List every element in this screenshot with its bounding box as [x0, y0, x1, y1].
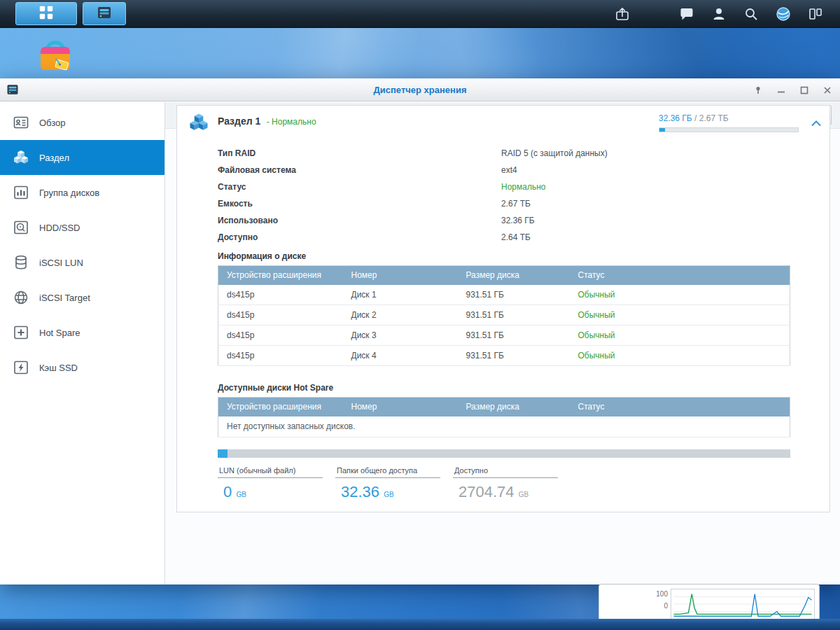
column-header[interactable]: Размер диска — [458, 266, 570, 285]
sidebar-item-label: Раздел — [39, 153, 69, 163]
detail-row: Доступно2.64 ТБ — [218, 229, 830, 246]
legend-value: 2704.74 GB — [453, 483, 558, 501]
volume-details: Тип RAIDRAID 5 (с защитой данных)Файлова… — [218, 145, 830, 246]
legend-label: Папки общего доступа — [335, 466, 440, 478]
sidebar-item-overview[interactable]: Обзор — [0, 105, 164, 140]
taskbar-tray — [612, 4, 826, 24]
chat-icon[interactable] — [676, 4, 697, 24]
disk-cell: ds415p — [218, 326, 343, 346]
y-axis-max: 100 — [656, 590, 668, 598]
volume-icon — [13, 149, 29, 166]
column-header[interactable]: Размер диска — [458, 398, 570, 416]
used-space: 32.36 ГБ — [659, 113, 692, 123]
search-icon[interactable] — [741, 4, 762, 24]
disk-cell: 931.51 ГБ — [458, 346, 570, 366]
taskbar — [0, 0, 840, 28]
sidebar-item-ssd-cache[interactable]: Кэш SSD — [0, 350, 164, 385]
disk-cell: Диск 4 — [343, 346, 458, 366]
disk-table-header-row: Устройство расширенияНомерРазмер дискаСт… — [218, 266, 790, 285]
volume-status: - Нормально — [267, 117, 316, 127]
disk-group-icon — [13, 184, 29, 201]
widget-y-axis: 100 0 — [652, 590, 668, 610]
detail-value: Нормально — [501, 182, 546, 192]
usage-summary: 32.36 ГБ / 2.67 ТБ — [659, 113, 799, 123]
network-line — [673, 594, 811, 617]
ssd-cache-icon — [13, 359, 29, 376]
legend-item-lun: LUN (обычный файл) 0 GB — [218, 466, 323, 501]
detail-row: Файловая системаext4 — [218, 162, 830, 178]
pin-icon[interactable] — [754, 86, 762, 94]
detail-label: Файловая система — [218, 165, 501, 175]
table-row[interactable]: ds415pДиск 2931.51 ГБОбычный — [218, 305, 790, 326]
upload-icon[interactable] — [612, 4, 633, 24]
package-center-icon[interactable] — [35, 35, 76, 74]
hot-spare-icon — [13, 324, 29, 341]
main-menu-button[interactable] — [15, 2, 77, 25]
total-space: / 2.67 ТБ — [694, 113, 729, 123]
close-icon[interactable] — [823, 86, 832, 94]
column-header[interactable]: Устройство расширения — [218, 398, 343, 416]
sidebar-item-label: Кэш SSD — [39, 363, 78, 373]
storage-manager-app-icon — [6, 83, 20, 99]
disk-table-body: ds415pДиск 1931.51 ГБОбычныйds415pДиск 2… — [218, 285, 790, 366]
sidebar-item-volume[interactable]: Раздел — [0, 140, 164, 175]
detail-label: Использовано — [218, 216, 501, 225]
user-icon[interactable] — [708, 4, 729, 24]
window-controls — [754, 78, 832, 102]
detail-value: 2.64 ТБ — [501, 232, 531, 242]
detail-value: 2.67 ТБ — [501, 199, 531, 209]
sidebar-item-hot-spare[interactable]: Hot Spare — [0, 315, 164, 350]
column-header[interactable]: Статус — [570, 266, 790, 285]
disk-cell: 931.51 ГБ — [458, 285, 570, 305]
hot-spare-title: Доступные диски Hot Spare — [218, 383, 789, 393]
disk-cell: Диск 2 — [343, 305, 458, 326]
disk-cell: Обычный — [570, 285, 790, 305]
disk-cell: ds415p — [218, 285, 343, 305]
detail-row: Использовано32.36 ГБ — [218, 212, 830, 229]
detail-row: Емкость2.67 ТБ — [218, 195, 830, 212]
detail-label: Емкость — [218, 199, 501, 209]
disk-cell: 931.51 ГБ — [458, 305, 570, 326]
table-row[interactable]: ds415pДиск 1931.51 ГБОбычный — [218, 285, 790, 305]
column-header[interactable]: Статус — [570, 398, 790, 416]
sidebar-item-label: Группа дисков — [39, 188, 99, 198]
storage-manager-window: Диспетчер хранения Обзор — [0, 78, 840, 584]
table-row[interactable]: ds415pДиск 4931.51 ГБОбычный — [218, 346, 790, 366]
volume-title: Раздел 1 — [218, 115, 260, 127]
legend-label: Доступно — [453, 466, 558, 478]
usage-line-chart — [671, 589, 815, 621]
detail-row: Тип RAIDRAID 5 (с защитой данных) — [218, 145, 830, 162]
sidebar-item-hdd-ssd[interactable]: HDD/SSD — [0, 210, 164, 245]
overview-icon — [13, 114, 29, 131]
disk-cell: ds415p — [218, 305, 343, 326]
detail-value: ext4 — [501, 165, 517, 175]
legend-value: 32.36 GB — [335, 483, 440, 501]
pilot-view-icon[interactable] — [773, 4, 794, 24]
wallpaper-bottom-band — [0, 619, 840, 630]
disk-cell: Обычный — [570, 326, 790, 346]
widgets-icon[interactable] — [805, 4, 826, 24]
table-row[interactable]: ds415pДиск 3931.51 ГБОбычный — [218, 326, 790, 346]
y-axis-min: 0 — [664, 602, 668, 610]
sidebar-item-label: Hot Spare — [39, 328, 80, 338]
iscsi-target-icon — [13, 289, 29, 306]
capacity-bar-fill — [218, 449, 227, 458]
disk-info-table: Устройство расширенияНомерРазмер дискаСт… — [218, 265, 790, 366]
column-header[interactable]: Устройство расширения — [218, 266, 343, 285]
sidebar: Обзор Раздел — [0, 102, 165, 584]
capacity-legend: LUN (обычный файл) 0 GB Папки общего дос… — [218, 466, 830, 501]
volume-panel-header: Раздел 1 - Нормально 32.36 ГБ / 2.67 ТБ — [177, 106, 830, 145]
maximize-icon[interactable] — [800, 86, 808, 94]
column-header[interactable]: Номер — [343, 398, 458, 416]
detail-value: 32.36 ГБ — [501, 216, 535, 225]
sidebar-item-label: iSCSI Target — [39, 293, 90, 303]
sidebar-item-iscsi-lun[interactable]: iSCSI LUN — [0, 245, 164, 280]
minimize-icon[interactable] — [777, 86, 785, 94]
sidebar-item-disk-group[interactable]: Группа дисков — [0, 175, 164, 210]
storage-manager-task-button[interactable] — [83, 2, 126, 25]
window-titlebar[interactable]: Диспетчер хранения — [0, 78, 840, 102]
hdd-ssd-icon — [13, 219, 29, 236]
column-header[interactable]: Номер — [343, 266, 458, 285]
sidebar-item-iscsi-target[interactable]: iSCSI Target — [0, 280, 164, 315]
collapse-chevron-icon[interactable] — [811, 117, 822, 130]
